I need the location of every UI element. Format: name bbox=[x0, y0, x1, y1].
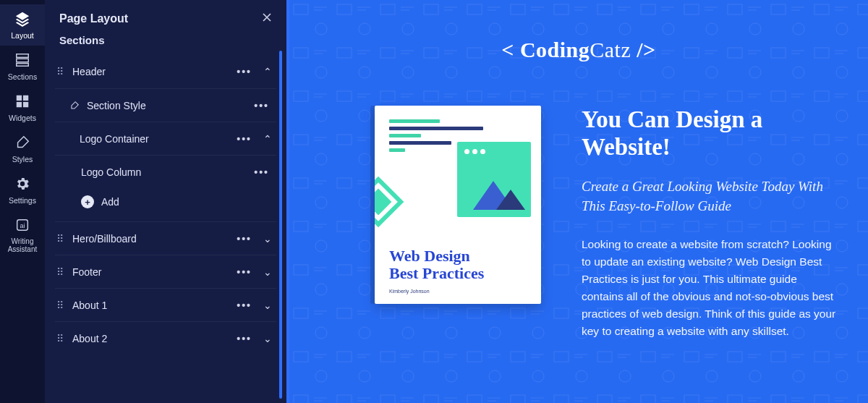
rail-label: Settings bbox=[9, 196, 36, 205]
svg-text:ai: ai bbox=[20, 222, 25, 229]
section-label: Footer bbox=[65, 266, 229, 278]
brush-icon bbox=[69, 101, 80, 111]
logo-container-row[interactable]: ⠿ Logo Container ••• ⌃ bbox=[55, 122, 276, 155]
drag-handle-icon[interactable]: ⠿ bbox=[55, 233, 65, 245]
image-placeholder-icon bbox=[457, 142, 531, 217]
rail-item-sections[interactable]: Sections bbox=[0, 46, 45, 87]
app-root: Layout Sections Widgets Styles Settings bbox=[0, 0, 868, 403]
drag-handle-icon[interactable]: ⠿ bbox=[55, 333, 65, 344]
gear-icon bbox=[14, 176, 30, 193]
svg-rect-6 bbox=[23, 102, 28, 107]
ai-icon: ai bbox=[14, 217, 30, 234]
svg-rect-0 bbox=[17, 54, 29, 58]
sections-icon bbox=[14, 52, 30, 69]
section-label: Hero/Billboard bbox=[65, 233, 229, 245]
rail-item-widgets[interactable]: Widgets bbox=[0, 87, 45, 128]
brand-thin: Catz bbox=[590, 38, 631, 61]
hero-body: Looking to create a website from scratch… bbox=[582, 236, 839, 340]
chevron-down-icon[interactable]: ⌄ bbox=[259, 233, 276, 245]
more-icon[interactable]: ••• bbox=[229, 333, 259, 344]
drag-handle-icon[interactable]: ⠿ bbox=[55, 66, 65, 77]
chevron-down-icon[interactable]: ⌄ bbox=[259, 300, 276, 311]
svg-rect-2 bbox=[17, 64, 29, 67]
drag-handle-icon[interactable]: ⠿ bbox=[55, 300, 65, 311]
book-cover-image: Web Design Best Practices Kimberly Johns… bbox=[375, 106, 541, 304]
more-icon[interactable]: ••• bbox=[247, 100, 276, 111]
row-label: Add bbox=[94, 196, 276, 208]
chevron-up-icon[interactable]: ⌃ bbox=[259, 133, 276, 145]
brand-bold: Coding bbox=[520, 38, 590, 61]
row-label: Section Style bbox=[80, 100, 247, 111]
chevron-up-icon[interactable]: ⌃ bbox=[259, 66, 276, 77]
rail-label: Styles bbox=[12, 155, 33, 164]
section-row-about2[interactable]: ⠿ About 2 ••• ⌄ bbox=[55, 321, 276, 355]
section-label: About 2 bbox=[65, 333, 229, 344]
rail-label: Widgets bbox=[9, 114, 36, 122]
more-icon[interactable]: ••• bbox=[229, 300, 259, 311]
section-label: Header bbox=[65, 66, 229, 77]
brush-icon bbox=[14, 135, 30, 152]
hero-copy: You Can Design a Website! Create a Great… bbox=[582, 106, 839, 340]
chevron-down-icon[interactable]: ⌄ bbox=[259, 266, 276, 278]
plus-icon[interactable]: + bbox=[81, 195, 94, 208]
svg-rect-3 bbox=[17, 96, 22, 101]
brand-prefix: < bbox=[501, 38, 520, 61]
svg-rect-5 bbox=[17, 102, 22, 107]
left-rail: Layout Sections Widgets Styles Settings bbox=[0, 0, 45, 403]
section-label: About 1 bbox=[65, 300, 229, 311]
more-icon[interactable]: ••• bbox=[229, 133, 259, 145]
drag-handle-icon[interactable]: ⠿ bbox=[55, 266, 65, 278]
layers-icon bbox=[14, 11, 30, 28]
panel-subtitle: Sections bbox=[45, 31, 286, 55]
svg-rect-4 bbox=[23, 96, 28, 101]
book-author: Kimberly Johnson bbox=[389, 289, 430, 294]
hero-section: Web Design Best Practices Kimberly Johns… bbox=[289, 62, 868, 340]
sections-tree: ⠿ Header ••• ⌃ Section Style ••• ⠿ Logo … bbox=[45, 55, 286, 355]
section-style-row[interactable]: Section Style ••• bbox=[55, 88, 276, 122]
page-layout-panel: Page Layout Sections ⠿ Header ••• ⌃ Sect… bbox=[45, 0, 289, 403]
add-row[interactable]: + Add bbox=[55, 188, 276, 216]
logo-column-row[interactable]: Logo Column ••• bbox=[55, 155, 276, 188]
section-row-footer[interactable]: ⠿ Footer ••• ⌄ bbox=[55, 255, 276, 288]
chevron-down-icon[interactable]: ⌄ bbox=[259, 333, 276, 344]
section-row-about1[interactable]: ⠿ About 1 ••• ⌄ bbox=[55, 288, 276, 321]
more-icon[interactable]: ••• bbox=[247, 166, 276, 178]
book-title: Web Design Best Practices bbox=[389, 247, 484, 282]
rail-label: Layout bbox=[11, 31, 34, 40]
more-icon[interactable]: ••• bbox=[229, 266, 259, 278]
row-label: Logo Column bbox=[81, 166, 247, 178]
brand-suffix: /> bbox=[631, 38, 655, 61]
hero-headline: You Can Design a Website! bbox=[582, 106, 839, 161]
widgets-icon bbox=[14, 93, 30, 111]
more-icon[interactable]: ••• bbox=[229, 233, 259, 245]
preview-canvas: < CodingCatz /> Web Design Best Practice… bbox=[289, 0, 868, 403]
rail-label: WritingAssistant bbox=[8, 237, 38, 253]
close-icon[interactable] bbox=[262, 12, 272, 25]
more-icon[interactable]: ••• bbox=[229, 66, 259, 77]
rail-item-styles[interactable]: Styles bbox=[0, 128, 45, 169]
hero-subhead: Create a Great Looking Website Today Wit… bbox=[582, 177, 839, 216]
svg-rect-1 bbox=[17, 59, 29, 62]
section-row-hero[interactable]: ⠿ Hero/Billboard ••• ⌄ bbox=[55, 221, 276, 255]
rail-label: Sections bbox=[8, 72, 37, 81]
panel-title: Page Layout bbox=[59, 12, 128, 25]
rail-item-settings[interactable]: Settings bbox=[0, 169, 45, 211]
section-row-header[interactable]: ⠿ Header ••• ⌃ bbox=[55, 55, 276, 88]
rail-item-layout[interactable]: Layout bbox=[0, 4, 45, 46]
row-label: Logo Container bbox=[80, 133, 229, 145]
rail-item-writing-assistant[interactable]: ai WritingAssistant bbox=[0, 211, 45, 259]
site-logo: < CodingCatz /> bbox=[289, 0, 868, 62]
